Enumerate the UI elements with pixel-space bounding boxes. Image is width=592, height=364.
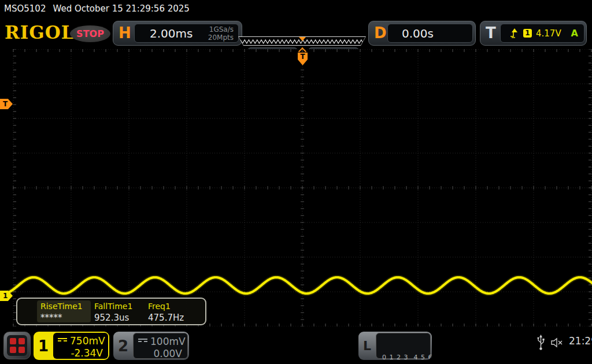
logic-label: L [358,332,376,360]
red-square [10,338,16,344]
trigger-mode-auto: A [571,28,578,39]
rising-edge-icon [510,28,519,38]
measurement-panel: RiseTime1 ***** FallTime1 952.3us Freq1 … [16,298,206,325]
channel2-scale: 100mV [150,336,186,347]
dc-coupling-icon [138,339,147,344]
trigger-box: 1 4.17V A [500,24,584,43]
measurement-name: RiseTime1 [40,302,91,311]
channel1-offset: -2.34V [53,347,108,359]
usb-icon [536,335,545,351]
delay-label: D [374,24,387,42]
waveform-overview-bar[interactable] [238,36,366,46]
memory-depth: 20Mpts [208,34,234,42]
trigger-label: T [486,24,496,42]
oscilloscope-screen: MSO5102Wed October 15 21:29:56 2025 RIGO… [0,0,592,364]
delay-widget[interactable]: D 0.00s [368,21,476,46]
trigger-level-value: 4.17V [536,28,561,39]
delay-box: 0.00s [387,24,473,43]
bottom-bar: 1 750mV -2.34V 2 100mV 0.00V L [0,326,592,364]
clock-text: 21:29 [569,335,592,347]
measurement-value: ***** [40,313,91,323]
channel2-number: 2 [113,332,133,360]
speaker-mute-icon [550,337,564,348]
logic-channels: 0 1 2 3 4 5 6 7 8 9 1011 12131415 [376,333,431,359]
title-bar: MSO5102Wed October 15 21:29:56 2025 [0,0,592,17]
rigol-logo: RIGOL [5,22,75,43]
sample-rate: 1GSa/s [208,25,234,34]
sample-rate-depth: 1GSa/s 20Mpts [208,25,234,42]
measurement-risetime[interactable]: RiseTime1 ***** [37,300,91,322]
channel2-body: 100mV 0.00V [133,333,188,359]
model-name: MSO5102 [4,3,46,14]
red-square [18,338,25,344]
measurement-freq[interactable]: Freq1 475.7Hz [145,300,198,322]
channel1-scale: 750mV [70,335,105,347]
measurement-value: 475.7Hz [148,313,198,323]
measurement-name: Freq1 [148,302,198,311]
measurement-falltime[interactable]: FallTime1 952.3us [91,300,145,322]
datetime-text: Wed October 15 21:29:56 2025 [53,3,189,14]
overview-trigger-position-icon [299,37,306,41]
channel-grid-button[interactable] [3,332,31,359]
red-square [18,347,25,353]
channel1-body: 750mV -2.34V [53,333,108,359]
waveform-display-area[interactable] [0,49,592,326]
acquisition-status-badge: STOP [70,25,110,42]
toolbar: RIGOL STOP H 2.00ms 1GSa/s 20Mpts Measur… [0,17,592,49]
logic-analyzer-widget[interactable]: L 0 1 2 3 4 5 6 7 8 9 1011 12131415 [358,332,432,360]
dc-coupling-icon [58,338,67,344]
logic-row1: 0 1 2 3 4 5 6 7 [382,354,430,360]
trigger-source-badge: 1 [523,29,532,38]
channel-grid-icon [7,335,27,356]
channel2-widget[interactable]: 2 100mV 0.00V [113,332,189,360]
horizontal-label: H [119,24,131,42]
waveform-svg [0,49,592,326]
horizontal-timebase-widget[interactable]: H 2.00ms 1GSa/s 20Mpts [113,21,242,46]
status-icons [536,335,564,351]
measurement-spacer [20,300,37,322]
channel1-number: 1 [34,332,53,360]
delay-value: 0.00s [402,27,434,40]
trigger-widget[interactable]: T 1 4.17V A [480,21,587,46]
channel1-widget[interactable]: 1 750mV -2.34V [34,332,109,360]
measurement-value: 952.3us [94,313,145,323]
red-square [10,347,16,353]
timebase-box: 2.00ms 1GSa/s 20Mpts [134,24,239,43]
measurement-name: FallTime1 [94,302,145,311]
channel2-offset: 0.00V [134,347,187,359]
timebase-value: 2.00ms [150,27,193,40]
